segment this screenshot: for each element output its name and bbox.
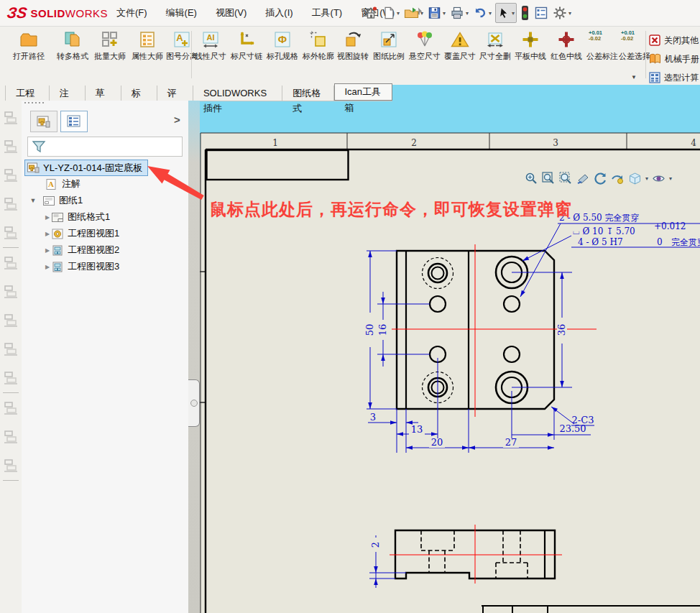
rotate-view-icon[interactable] [594,172,607,185]
collapsed-arrow-icon[interactable]: ▶ [43,264,52,270]
align-tool-icon[interactable] [3,400,19,415]
options-list-button[interactable] [533,4,549,22]
toolbar-button-convert-format[interactable]: 转多格式 [53,29,92,83]
panel-collapse-chevron[interactable]: > [174,114,180,126]
feature-tree-tab[interactable] [30,111,57,132]
home-button[interactable] [363,4,379,22]
tab-solidworks-addins[interactable]: SOLIDWORKS 插件 [193,86,282,101]
align-tool-icon[interactable] [3,341,19,356]
display-pane-tab[interactable] [60,111,88,132]
dim-hole-pitch[interactable]: 16 [377,324,388,336]
toolbar-button-red-centerline[interactable]: 红色中线 [547,29,586,83]
align-tool-icon[interactable] [3,224,19,240]
menu-view[interactable]: 视图(V) [214,4,248,22]
undo-caret[interactable]: ▾ [489,10,492,17]
align-tool-icon[interactable] [3,312,19,328]
toolbar-button-delete-all-dims[interactable]: 尺寸全删 [476,29,515,83]
toolbar-button-view-rotate[interactable]: 视图旋转 [333,29,372,83]
menu-edit[interactable]: 编辑(E) [165,4,198,22]
tolerance-select-caret[interactable]: ▼ [631,74,637,80]
toolbar-button-hanging-dim[interactable]: 悬空尺寸 [405,29,444,83]
section-tool-icon[interactable] [576,172,590,185]
callout-line3[interactable]: 4 - Ø 5 H7 [578,237,623,247]
tab-dimension[interactable]: 标注 [121,86,157,101]
collapsed-arrow-icon[interactable]: ▶ [43,247,52,254]
dim-side-step[interactable]: 2 [370,542,381,548]
callout-line2[interactable]: ⌴ Ø 10 ↧ 5.70 [573,226,635,236]
align-tool-icon[interactable] [3,109,19,125]
save-caret[interactable]: ▾ [443,10,446,17]
tree-item-drawing-view1[interactable]: ▶ 工程图视图1 [22,226,188,241]
zoom-fit-icon[interactable] [525,172,538,185]
display-style-eye-icon[interactable] [652,172,666,185]
tab-sketch[interactable]: 草图 [86,86,121,101]
toolbar-button-close-others[interactable]: 关闭其他 [649,32,699,48]
new-document-caret[interactable]: ▾ [397,10,400,17]
tree-item-sheet-format1[interactable]: ▶ 图纸格式1 [22,209,188,225]
toolbar-button-dim-chain[interactable]: 标尺寸链 [227,29,266,83]
print-button[interactable]: ▾ [449,4,469,22]
menu-tools[interactable]: 工具(T) [310,4,344,22]
select-tool-button[interactable]: ▾ [495,3,517,23]
callout-line3-suffix[interactable]: 完全贯穿 [671,237,700,247]
view-orientation-cube-icon[interactable] [628,172,642,185]
callout-tol-upper[interactable]: +0.012 [654,221,686,231]
select-tool-caret[interactable]: ▾ [512,10,515,17]
callout-tol-lower[interactable]: 0 [657,237,663,247]
dim-left-span[interactable]: 20 [431,437,443,448]
performance-light-icon[interactable] [520,4,530,22]
toolbar-button-flat-centerline[interactable]: 平板中线 [511,29,550,83]
toolbar-button-batch-master[interactable]: 批量大师 [91,29,129,83]
settings-caret[interactable]: ▾ [568,10,571,17]
toolbar-button-cover-dim[interactable]: 覆盖尺寸 [441,29,479,83]
print-caret[interactable]: ▾ [466,10,469,17]
tab-evaluate[interactable]: 评估 [157,86,193,101]
tree-filter-box[interactable] [27,137,183,157]
undo-button[interactable]: ▾ [472,4,492,22]
expanded-arrow-icon[interactable]: ▼ [29,197,37,204]
open-document-button[interactable]: ▾ [403,4,424,22]
tab-annotation[interactable]: 注解 [50,86,86,101]
align-tool-icon[interactable] [3,283,19,299]
toolbar-button-property-master[interactable]: 属性大师 [128,29,167,83]
zoom-area-icon[interactable] [542,172,556,185]
dim-right-pitch[interactable]: 36 [556,324,567,336]
new-document-button[interactable]: ▾ [382,4,400,22]
view-orientation-caret[interactable]: ▾ [645,175,648,182]
align-tool-icon[interactable] [3,167,19,183]
save-button[interactable]: ▾ [427,4,446,22]
dim-edge-to-hole[interactable]: 13 [411,424,423,435]
align-tool-icon[interactable] [3,428,19,444]
menu-file[interactable]: 文件(F) [115,4,149,22]
toolbar-button-open-path[interactable]: 打开路径 [9,29,48,83]
toolbar-button-hole-spec[interactable]: Φ 标孔规格 [263,29,302,83]
settings-gear-button[interactable]: ▾ [552,4,572,22]
toolbar-button-linear-dim[interactable]: AI 线性尺寸 [191,29,230,83]
dim-chamfer[interactable]: 2-C3 [572,415,594,425]
collapsed-arrow-icon[interactable]: ▶ [43,231,52,237]
tab-drawing[interactable]: 工程图 [5,86,50,101]
align-tool-icon[interactable] [3,369,19,385]
view-settings-icon[interactable] [611,172,625,185]
tree-item-drawing-view3[interactable]: ▶ 工程图视图3 [22,259,188,275]
align-tool-icon[interactable] [3,195,19,211]
collapsed-arrow-icon[interactable]: ▶ [43,214,52,221]
tab-ican-toolbox[interactable]: Ican工具箱 [334,83,393,101]
dim-step[interactable]: 3 [370,412,376,423]
panel-collapse-handle[interactable] [188,379,200,427]
dim-plate-height[interactable]: 50 [364,324,375,336]
align-tool-icon[interactable] [3,254,19,270]
toolbar-button-sheet-scale[interactable]: 图纸比例 [369,29,408,83]
align-tool-icon[interactable] [3,138,19,154]
tree-item-drawing-view2[interactable]: ▶ 工程图视图2 [22,242,188,258]
toolbar-button-mech-handbook[interactable]: 机械手册 [649,51,699,67]
zoom-in-out-icon[interactable] [559,172,573,185]
toolbar-button-outer-contour[interactable]: 标外轮廓 [299,29,338,83]
open-document-caret[interactable]: ▾ [420,10,423,17]
dim-right-span[interactable]: 27 [505,437,517,448]
toolbar-button-selection-calc[interactable]: 选型计算 [649,70,699,86]
drawing-sheet[interactable]: 1 2 3 4 [188,85,700,613]
display-style-caret[interactable]: ▾ [669,175,672,182]
tab-sheet-format[interactable]: 图纸格式 [282,86,333,101]
align-tool-icon[interactable] [3,457,19,473]
